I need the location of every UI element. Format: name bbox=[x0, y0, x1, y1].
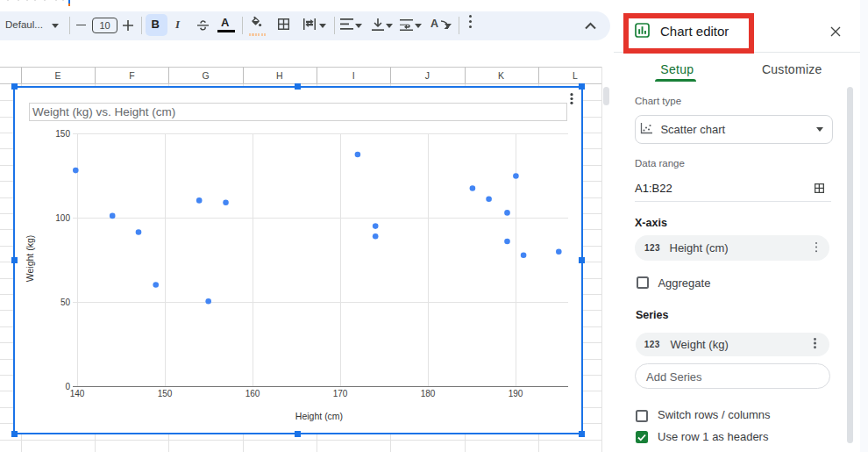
svg-text:H: H bbox=[276, 70, 283, 81]
svg-text:L: L bbox=[573, 70, 578, 81]
svg-text:190: 190 bbox=[509, 388, 523, 398]
svg-text:Height (cm): Height (cm) bbox=[295, 411, 343, 421]
svg-text:160: 160 bbox=[245, 388, 260, 398]
svg-text:F: F bbox=[129, 70, 134, 81]
svg-text:E: E bbox=[55, 70, 61, 81]
svg-text:K: K bbox=[498, 70, 504, 81]
svg-text:180: 180 bbox=[421, 388, 436, 398]
svg-text:I: I bbox=[352, 70, 355, 81]
svg-text:150: 150 bbox=[55, 129, 70, 139]
svg-text:150: 150 bbox=[158, 388, 173, 398]
svg-text:G: G bbox=[203, 70, 210, 81]
svg-text:J: J bbox=[425, 70, 430, 81]
svg-text:140: 140 bbox=[70, 388, 85, 398]
svg-text:Weight (kg): Weight (kg) bbox=[25, 234, 35, 282]
svg-text:170: 170 bbox=[333, 388, 348, 398]
svg-text:100: 100 bbox=[55, 213, 70, 223]
svg-text:50: 50 bbox=[60, 298, 71, 307]
